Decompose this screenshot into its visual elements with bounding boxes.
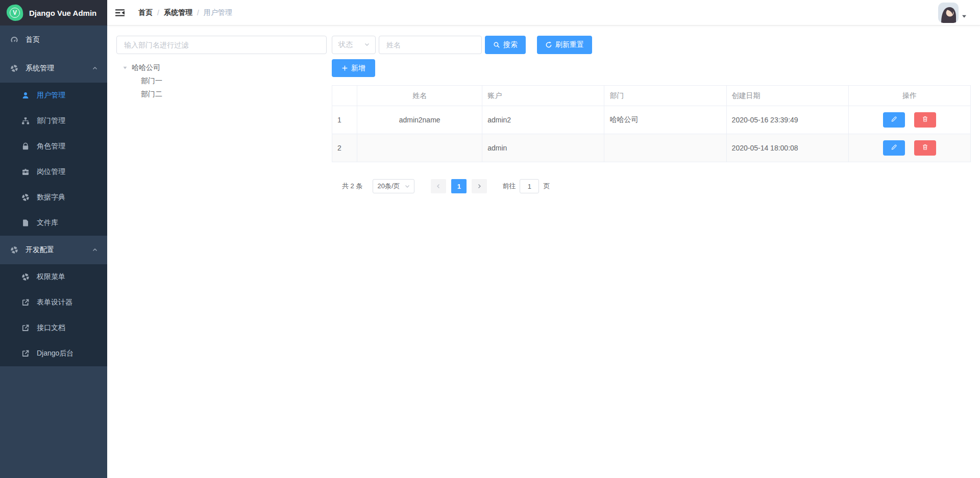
search-button-label: 搜索 [503, 40, 518, 49]
chevron-down-icon [404, 183, 410, 189]
sidebar-item-label: 系统管理 [26, 64, 54, 73]
sidebar-item-label: 用户管理 [37, 91, 65, 100]
sidebar-item-user-management[interactable]: 用户管理 [0, 83, 107, 108]
cell-actions [848, 106, 970, 134]
cell-account: admin [482, 134, 604, 162]
hamburger-icon [115, 8, 125, 18]
sidebar-item-label: 岗位管理 [37, 167, 65, 177]
edit-button[interactable] [883, 112, 905, 128]
department-panel: 哈哈公司 部门一 部门二 [116, 36, 327, 478]
name-filter-input[interactable] [379, 36, 482, 54]
cell-name [357, 134, 482, 162]
edit-button[interactable] [883, 140, 905, 156]
column-header-index [332, 86, 357, 106]
delete-button[interactable] [914, 140, 936, 156]
sidebar-item-label: 部门管理 [37, 116, 65, 125]
department-tree: 哈哈公司 部门一 部门二 [116, 61, 327, 101]
tree-node-child[interactable]: 部门二 [116, 88, 327, 101]
add-user-button[interactable]: 新增 [332, 59, 375, 77]
cell-department: 哈哈公司 [604, 106, 726, 134]
column-header-name: 姓名 [357, 86, 482, 106]
column-header-actions: 操作 [848, 86, 970, 106]
sidebar-item-post-management[interactable]: 岗位管理 [0, 159, 107, 185]
sidebar-item-django-admin[interactable]: Django后台 [0, 341, 107, 366]
cell-index: 2 [332, 134, 357, 162]
chevron-up-icon [92, 247, 98, 253]
cell-account: admin2 [482, 106, 604, 134]
caret-down-icon [962, 14, 967, 19]
breadcrumb-item-system[interactable]: 系统管理 [164, 8, 192, 17]
column-header-created: 创建日期 [726, 86, 848, 106]
delete-button[interactable] [914, 112, 936, 128]
goto-label: 前往 [502, 182, 516, 191]
breadcrumb-separator: / [197, 9, 199, 17]
cell-department [604, 134, 726, 162]
sidebar-menu: 首页 系统管理 用户管理 [0, 26, 107, 478]
cell-created: 2020-05-14 18:00:08 [726, 134, 848, 162]
sidebar-item-label: Django后台 [37, 349, 74, 358]
sidebar-item-file-library[interactable]: 文件库 [0, 210, 107, 236]
caret-down-icon[interactable] [120, 65, 130, 70]
submenu-dev-config: 权限菜单 表单设计器 接口文档 [0, 264, 107, 366]
tree-node-child[interactable]: 部门一 [116, 74, 327, 88]
sidebar-item-dev-config[interactable]: 开发配置 [0, 236, 107, 264]
edit-icon [891, 116, 897, 124]
dashboard-icon [10, 36, 18, 44]
trash-icon [922, 144, 928, 152]
pagination: 共 2 条 20条/页 1 前往 [342, 179, 971, 193]
avatar[interactable] [938, 3, 959, 23]
breadcrumb-separator: / [157, 9, 159, 17]
sidebar-item-system-management[interactable]: 系统管理 [0, 54, 107, 83]
component-icon [21, 273, 30, 281]
tree-node-root[interactable]: 哈哈公司 [116, 61, 327, 74]
sidebar-item-label: 数据字典 [37, 193, 65, 202]
sidebar-item-data-dictionary[interactable]: 数据字典 [0, 185, 107, 210]
external-link-icon [21, 298, 30, 307]
users-table: 姓名 账户 部门 创建日期 操作 1 admin2name admin2 哈哈公 [332, 85, 971, 162]
page-number-current[interactable]: 1 [451, 179, 467, 193]
breadcrumb: 首页 / 系统管理 / 用户管理 [138, 8, 232, 17]
goto-page: 前往 页 [502, 179, 550, 193]
sidebar-item-label: 首页 [26, 35, 40, 44]
org-tree-icon [21, 117, 30, 125]
breadcrumb-item-current: 用户管理 [204, 8, 232, 17]
department-filter-input[interactable] [116, 36, 327, 54]
component-icon [21, 193, 30, 202]
user-avatar-menu[interactable] [938, 3, 967, 23]
app-logo[interactable]: V Django Vue Admin [0, 0, 107, 26]
chevron-right-icon [476, 183, 482, 189]
sidebar-item-form-designer[interactable]: 表单设计器 [0, 290, 107, 315]
goto-unit-label: 页 [543, 182, 550, 191]
chevron-down-icon [364, 41, 370, 49]
cell-created: 2020-05-16 23:39:49 [726, 106, 848, 134]
table-header-row: 姓名 账户 部门 创建日期 操作 [332, 86, 971, 106]
goto-page-input[interactable] [520, 179, 539, 193]
logo-letter: V [10, 8, 20, 18]
sidebar-item-department-management[interactable]: 部门管理 [0, 108, 107, 134]
user-icon [21, 91, 30, 99]
prev-page-button[interactable] [431, 179, 446, 193]
chevron-left-icon [435, 183, 442, 189]
search-button[interactable]: 搜索 [485, 36, 526, 54]
top-navbar: 首页 / 系统管理 / 用户管理 [107, 0, 980, 26]
next-page-button[interactable] [472, 179, 487, 193]
submenu-system-management: 用户管理 部门管理 角色管理 [0, 83, 107, 236]
breadcrumb-item-home[interactable]: 首页 [138, 8, 153, 17]
page-size-select[interactable]: 20条/页 [373, 179, 414, 193]
sidebar-item-home[interactable]: 首页 [0, 26, 107, 54]
refresh-reset-button[interactable]: 刷新重置 [537, 36, 592, 54]
lock-icon [21, 142, 30, 150]
sidebar-item-permission-menu[interactable]: 权限菜单 [0, 264, 107, 290]
sidebar-item-role-management[interactable]: 角色管理 [0, 134, 107, 159]
sidebar-item-api-docs[interactable]: 接口文档 [0, 315, 107, 341]
briefcase-icon [21, 168, 30, 176]
status-select[interactable]: 状态 [332, 36, 376, 54]
app-root: V Django Vue Admin 首页 系统管理 [0, 0, 980, 478]
reset-button-label: 刷新重置 [555, 40, 584, 49]
trash-icon [922, 116, 928, 124]
sidebar-toggle-button[interactable] [107, 0, 133, 25]
table-row: 1 admin2name admin2 哈哈公司 2020-05-16 23:3… [332, 106, 971, 134]
main-area: 首页 / 系统管理 / 用户管理 [107, 0, 980, 478]
cell-index: 1 [332, 106, 357, 134]
page-size-value: 20条/页 [377, 182, 400, 191]
